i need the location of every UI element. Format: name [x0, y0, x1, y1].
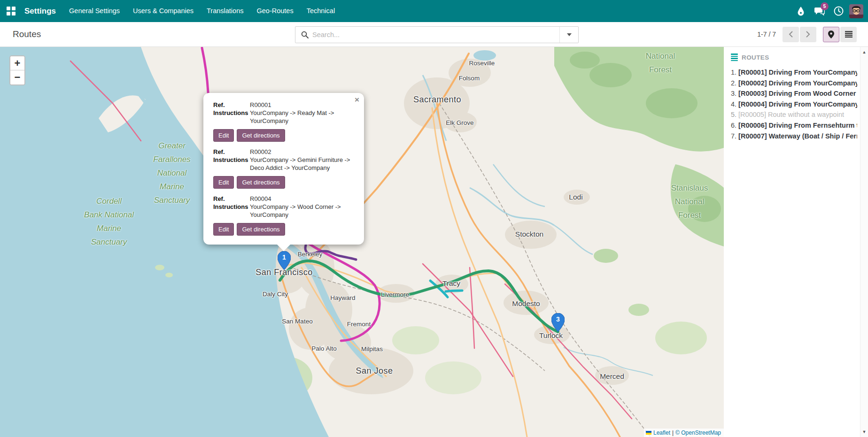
search-filters-toggle[interactable]	[559, 27, 578, 43]
search-box	[295, 26, 579, 43]
menu-technical[interactable]: Technical	[300, 0, 341, 22]
chevron-right-icon	[806, 31, 810, 38]
page-title[interactable]: Routes	[13, 29, 41, 39]
zoom-out-button[interactable]: −	[10, 70, 24, 84]
instructions-label: Instructions	[213, 203, 250, 219]
droplet-icon[interactable]	[793, 0, 809, 22]
map-canvas[interactable]: RosevilleFolsomSacramentoElk GroveLodiSt…	[0, 47, 724, 437]
ref-label: Ref.	[213, 195, 250, 203]
apps-menu-icon[interactable]	[0, 0, 22, 22]
avatar-image	[849, 4, 863, 18]
menu-users-companies[interactable]: Users & Companies	[126, 0, 200, 22]
popup-buttons: EditGet directions	[213, 129, 355, 142]
get-directions-button[interactable]: Get directions	[237, 223, 285, 236]
menu-translations[interactable]: Translations	[200, 0, 250, 22]
pager-buttons	[783, 27, 816, 42]
chevron-left-icon	[789, 31, 793, 38]
route-list-item[interactable]: 7.[R00007] Waterway (Boat / Ship / Ferr.…	[731, 131, 857, 142]
popup-row: InstructionsYourCompany -> Gemini Furnit…	[213, 156, 355, 172]
map-view-button[interactable]	[823, 27, 839, 42]
popup-row: Ref.R00002	[213, 148, 355, 156]
route-item-label: [R00004] Driving From YourCompany ...	[738, 100, 857, 108]
droplet-glyph	[797, 6, 805, 16]
routes-panel-title: ROUTES	[742, 54, 769, 61]
map-attribution: Leaflet | © OpenStreetMap	[644, 429, 724, 437]
ref-value: R00002	[250, 148, 355, 156]
marker-number: 1	[278, 253, 291, 261]
navbar-menus: General SettingsUsers & CompaniesTransla…	[62, 0, 341, 22]
routes-panel-header: ROUTES	[731, 54, 857, 61]
list-view-button[interactable]	[840, 27, 857, 42]
route-list-item[interactable]: 2.[R00002] Driving From YourCompany ...	[731, 78, 857, 89]
map-marker-3[interactable]: 3	[551, 313, 565, 332]
view-switcher	[823, 27, 857, 42]
route-list-item[interactable]: 3.[R00003] Driving From Wood Corner t...	[731, 88, 857, 99]
menu-general-settings[interactable]: General Settings	[62, 0, 126, 22]
search-icon	[301, 31, 309, 38]
app-name[interactable]: Settings	[24, 7, 56, 16]
route-popup: × Ref.R00001InstructionsYourCompany -> R…	[203, 93, 364, 245]
menu-geo-routes[interactable]: Geo-Routes	[250, 0, 300, 22]
instructions-label: Instructions	[213, 156, 250, 172]
list-bars-icon	[731, 54, 738, 61]
edit-button[interactable]: Edit	[213, 223, 234, 236]
get-directions-button[interactable]: Get directions	[237, 176, 285, 189]
route-list-item[interactable]: 6.[R00006] Driving From Fernsehturm t...	[731, 120, 857, 131]
clock-glyph	[834, 6, 844, 16]
user-avatar[interactable]	[849, 4, 863, 18]
route-item-number: 7.	[731, 132, 736, 140]
popup-close-icon[interactable]: ×	[355, 95, 359, 105]
map-marker-1[interactable]: 1	[278, 251, 291, 270]
popup-row: Ref.R00001	[213, 101, 355, 109]
popup-route-entry: Ref.R00001InstructionsYourCompany -> Rea…	[213, 101, 355, 142]
scroll-down-icon[interactable]: ▼	[860, 429, 868, 434]
attribution-divider: |	[672, 429, 674, 436]
routes-sidebar: ROUTES 1.[R00001] Driving From YourCompa…	[724, 47, 860, 437]
window-scrollbar[interactable]: ▲ ▼	[860, 47, 868, 437]
instructions-value: YourCompany -> Gemini Furniture -> Deco …	[250, 156, 355, 172]
osm-link[interactable]: © OpenStreetMap	[675, 429, 721, 436]
edit-button[interactable]: Edit	[213, 129, 234, 142]
ref-label: Ref.	[213, 148, 250, 156]
popup-row: InstructionsYourCompany -> Ready Mat -> …	[213, 109, 355, 125]
route-item-number: 6.	[731, 122, 736, 129]
grid-icon	[7, 7, 16, 15]
route-cyan-stub[interactable]	[446, 291, 462, 291]
route-list-item[interactable]: 4.[R00004] Driving From YourCompany ...	[731, 99, 857, 110]
pager-next-button[interactable]	[800, 27, 816, 42]
popup-row: Ref.R00004	[213, 195, 355, 203]
map-zoom-control: + −	[9, 55, 25, 85]
route-item-number: 1.	[731, 69, 736, 76]
route-item-number: 2.	[731, 79, 736, 87]
instructions-value: YourCompany -> Ready Mat -> YourCompany	[250, 109, 355, 125]
message-count-badge: 5	[821, 2, 829, 10]
zoom-in-button[interactable]: +	[10, 56, 24, 70]
popup-buttons: EditGet directions	[213, 223, 355, 236]
route-item-label: [R00006] Driving From Fernsehturm t...	[738, 122, 857, 129]
route-item-number: 3.	[731, 90, 736, 97]
route-item-number: 5.	[731, 111, 736, 118]
activities-clock-icon[interactable]	[830, 0, 846, 22]
search-input[interactable]	[312, 31, 559, 38]
routes-list: 1.[R00001] Driving From YourCompany ...2…	[731, 67, 857, 141]
ref-label: Ref.	[213, 101, 250, 109]
pager-counter: 1-7 / 7	[757, 31, 776, 38]
ukraine-flag-icon	[646, 431, 651, 435]
route-item-label: [R00001] Driving From YourCompany ...	[738, 69, 857, 76]
pager-previous-button[interactable]	[783, 27, 799, 42]
control-panel-right: 1-7 / 7	[757, 27, 868, 42]
route-item-label: [R00003] Driving From Wood Corner t...	[738, 90, 857, 97]
messages-icon[interactable]: 5	[812, 0, 828, 22]
edit-button[interactable]: Edit	[213, 176, 234, 189]
route-list-item[interactable]: 1.[R00001] Driving From YourCompany ...	[731, 67, 857, 78]
scroll-up-icon[interactable]: ▲	[860, 50, 868, 54]
popup-buttons: EditGet directions	[213, 176, 355, 189]
route-list-item[interactable]: 5.[R00005] Route without a waypoint	[731, 109, 857, 120]
route-item-label: [R00002] Driving From YourCompany ...	[738, 79, 857, 87]
popup-route-entry: Ref.R00002InstructionsYourCompany -> Gem…	[213, 148, 355, 189]
navbar-systray: 5	[793, 0, 868, 22]
popup-route-entry: Ref.R00004InstructionsYourCompany -> Woo…	[213, 195, 355, 236]
leaflet-link[interactable]: Leaflet	[653, 429, 670, 436]
get-directions-button[interactable]: Get directions	[237, 129, 285, 142]
instructions-value: YourCompany -> Wood Corner -> YourCompan…	[250, 203, 355, 219]
